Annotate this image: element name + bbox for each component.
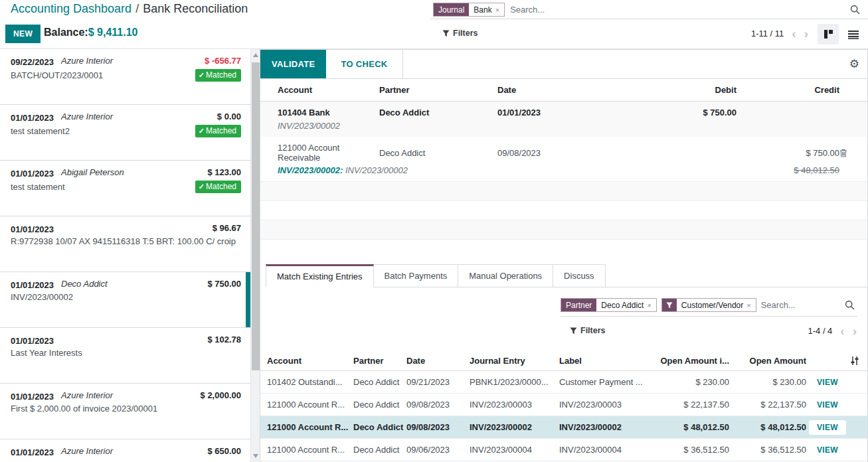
adjust-columns-icon[interactable] (850, 356, 867, 365)
main-search-bar[interactable]: Journal Bank × (430, 1, 868, 19)
col-partner: Partner (353, 356, 406, 366)
view-switcher (818, 24, 864, 44)
statement-line-inv-00002-selected[interactable]: 01/01/2023 Deco Addict $ 750.00 INV/2023… (0, 272, 250, 328)
cell-account: 101402 Outstandi... (267, 377, 353, 387)
cell-label: INV/2023/00003 (559, 400, 659, 410)
validate-button[interactable]: VALIDATE (260, 50, 326, 78)
tab-manual-operations[interactable]: Manual Operations (458, 264, 553, 287)
statement-line-650[interactable]: 01/01/2023 Azure Interior $ 650.00 (0, 439, 250, 462)
pager-prev-icon[interactable]: ‹ (840, 327, 844, 336)
cell-open-amount-in: $ 48,012.50 (659, 422, 732, 432)
cell-partner: Deco Addict (353, 445, 406, 455)
cell-account: 101404 Bank (278, 108, 379, 117)
cell-debit: $ 750.00 (614, 108, 737, 117)
statement-amount: $ 0.00 (217, 112, 241, 121)
trash-icon[interactable] (839, 149, 858, 157)
cell-date: 09/06/2023 (406, 445, 470, 455)
match-search-input[interactable] (761, 300, 840, 310)
balance-value: $ 9,411.10 (88, 27, 138, 38)
cell-account: 121000 Account Receivable (278, 143, 379, 163)
statement-date: 01/01/2023 (11, 167, 60, 180)
search-facet-partner[interactable]: Partner Deco Addict × (561, 298, 657, 312)
col-open-amount-in: Open Amount i... (659, 356, 732, 366)
statement-partner: Azure Interior (61, 390, 113, 400)
cell-open-amount-in: $ 22,137.50 (659, 400, 732, 410)
reconcile-action-bar: VALIDATE TO CHECK ⚙ (260, 50, 867, 79)
move-link[interactable]: INV/2023/00002: (278, 165, 343, 175)
statement-amount: $ 123.00 (207, 167, 241, 177)
gear-icon[interactable]: ⚙ (849, 57, 859, 71)
statement-line-test[interactable]: 01/01/2023 Abigail Peterson $ 123.00 tes… (0, 161, 250, 216)
search-icon[interactable] (845, 300, 855, 310)
view-button[interactable]: VIEW (809, 400, 846, 410)
tab-batch-payments[interactable]: Batch Payments (374, 264, 459, 287)
cell-label: INV/2023/00002 (559, 422, 659, 432)
scroll-up-icon[interactable] (253, 53, 258, 57)
search-icon[interactable] (850, 5, 860, 15)
statement-line-r9772938[interactable]: 01/01/2023 $ 96.67 R:9772938 10/07 AX 94… (0, 216, 250, 272)
match-filters-button[interactable]: Filters (570, 326, 606, 335)
reconcile-line-bank[interactable]: 101404 Bank Deco Addict 01/01/2023 $ 750… (260, 102, 867, 137)
search-facet-customer-vendor[interactable]: Customer/Vendor × (661, 298, 756, 312)
cell-date: 09/08/2023 (406, 422, 470, 432)
filters-button[interactable]: Filters (442, 29, 478, 38)
view-button[interactable]: VIEW (809, 420, 846, 435)
facet-partner-remove-icon[interactable]: × (647, 301, 651, 309)
facet-journal-remove-icon[interactable]: × (495, 6, 499, 14)
statement-line-batch-out[interactable]: 09/22/2023 Azure Interior $ -656.77 BATC… (0, 49, 250, 105)
tab-discuss[interactable]: Discuss (553, 264, 606, 287)
col-open-amount: Open Amount (732, 356, 809, 366)
breadcrumb-accounting-dashboard[interactable]: Accounting Dashboard (11, 2, 131, 15)
col-credit: Credit (737, 85, 839, 95)
statement-amount: $ 2,000.00 (201, 390, 241, 400)
main-search-input[interactable] (510, 5, 845, 15)
pager-prev-icon[interactable]: ‹ (792, 29, 796, 38)
statement-amount: $ 750.00 (207, 279, 241, 289)
statement-line-first-2000[interactable]: 01/01/2023 Azure Interior $ 2,000.00 Fir… (0, 384, 250, 439)
pager-next-icon[interactable]: › (804, 29, 808, 38)
cell-date: 09/21/2023 (406, 377, 470, 387)
scrollbar-thumb[interactable] (252, 62, 260, 370)
to-check-button[interactable]: TO CHECK (326, 50, 402, 78)
new-button[interactable]: NEW (5, 25, 41, 43)
filter-funnel-icon (442, 30, 450, 37)
check-icon: ✓ (199, 71, 205, 80)
cell-partner: Deco Addict (353, 377, 406, 387)
cell-account: 121000 Account R... (267, 445, 353, 455)
match-pager: 1-4 / 4 ‹ › (808, 326, 857, 336)
match-table-header: Account Partner Date Journal Entry Label… (260, 350, 867, 371)
balance: Balance:$ 9,411.10 (44, 27, 137, 38)
filter-funnel-icon (662, 299, 677, 311)
cell-date: 01/01/2023 (497, 108, 614, 117)
statement-amount: $ -656.77 (205, 56, 241, 66)
list-view-button[interactable] (843, 24, 864, 44)
match-search-bar[interactable]: Partner Deco Addict × Customer/Vendor × (561, 296, 857, 317)
pager-next-icon[interactable]: › (853, 327, 857, 336)
col-date: Date (497, 85, 614, 95)
view-button[interactable]: VIEW (809, 378, 846, 387)
breadcrumb-bank-reconciliation: Bank Reconciliation (143, 2, 248, 15)
statement-line-test2[interactable]: 01/01/2023 Azure Interior $ 0.00 test st… (0, 105, 250, 161)
match-row-outstanding[interactable]: 101402 Outstandi... Deco Addict 09/21/20… (260, 371, 867, 394)
statement-line-last-year-interests[interactable]: 01/01/2023 $ 102.78 Last Year Interests (0, 328, 250, 384)
search-facet-journal[interactable]: Journal Bank × (433, 3, 505, 17)
kanban-view-button[interactable] (818, 24, 839, 44)
match-table: Account Partner Date Journal Entry Label… (260, 350, 867, 461)
facet-customer-vendor-remove-icon[interactable]: × (746, 301, 750, 309)
match-row-inv-00004[interactable]: 121000 Account R... Deco Addict 09/06/20… (260, 439, 867, 461)
tab-match-existing-entries[interactable]: Match Existing Entries (266, 264, 374, 287)
match-row-inv-00003[interactable]: 121000 Account R... Deco Addict 09/08/20… (260, 394, 867, 416)
col-journal-entry: Journal Entry (470, 356, 559, 366)
statement-label: BATCH/OUT/2023/0001 (11, 70, 103, 80)
statements-scrollbar[interactable] (250, 49, 260, 462)
main-pager: 1-11 / 11 ‹ › (751, 29, 808, 38)
empty-row (260, 239, 867, 258)
cell-open-amount: $ 22,137.50 (732, 400, 809, 410)
match-row-inv-00002-selected[interactable]: 121000 Account R... Deco Addict 09/08/20… (260, 416, 867, 439)
matched-badge: ✓Matched (195, 125, 241, 137)
cell-open-amount-in: $ 230.00 (659, 377, 732, 387)
cell-open-amount-in: $ 36,512.50 (659, 445, 732, 455)
scroll-down-icon[interactable] (253, 454, 258, 458)
view-button[interactable]: VIEW (809, 445, 846, 455)
reconcile-line-receivable[interactable]: 121000 Account Receivable Deco Addict 09… (260, 137, 867, 181)
